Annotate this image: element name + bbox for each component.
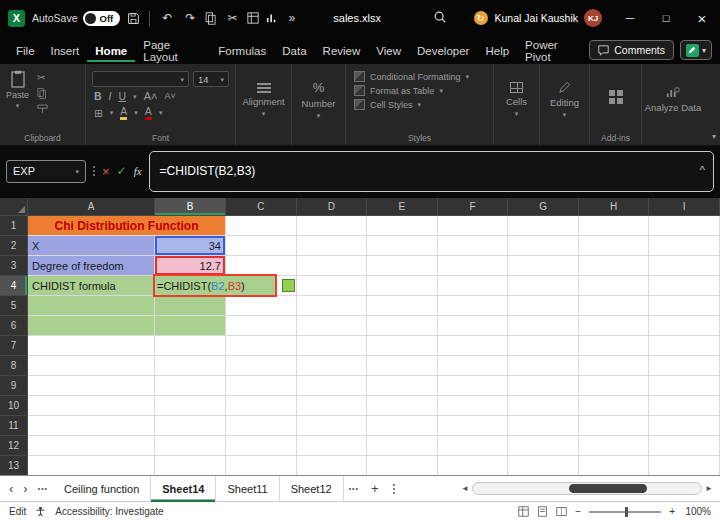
cell-H9[interactable]: [579, 376, 650, 396]
cell-H7[interactable]: [579, 336, 650, 356]
cell-B11[interactable]: [155, 416, 226, 436]
cell-G9[interactable]: [508, 376, 579, 396]
autosave-control[interactable]: AutoSave Off: [32, 11, 120, 26]
cell-I13[interactable]: [649, 456, 720, 475]
cell-I1[interactable]: [649, 216, 720, 236]
row-header-13[interactable]: 13: [0, 456, 28, 475]
column-header-F[interactable]: F: [438, 198, 509, 216]
cell-F7[interactable]: [438, 336, 509, 356]
conditional-formatting-button[interactable]: Conditional Formatting ▾: [354, 71, 487, 82]
cell-B4[interactable]: =CHIDIST(B2,B3): [155, 276, 226, 296]
row-header-12[interactable]: 12: [0, 436, 28, 456]
collapse-ribbon-icon[interactable]: ▾: [712, 132, 716, 141]
enter-icon[interactable]: ✓: [117, 164, 127, 178]
cell-E11[interactable]: [367, 416, 438, 436]
column-header-G[interactable]: G: [508, 198, 579, 216]
cell-E5[interactable]: [367, 296, 438, 316]
cell-F13[interactable]: [438, 456, 509, 475]
row-header-11[interactable]: 11: [0, 416, 28, 436]
alignment-button[interactable]: Alignment ▾: [236, 64, 291, 145]
maximize-button[interactable]: □: [648, 0, 684, 36]
next-sheet-icon[interactable]: ›: [18, 481, 32, 496]
cell-E9[interactable]: [367, 376, 438, 396]
cell-H1[interactable]: [579, 216, 650, 236]
cell-E1[interactable]: [367, 216, 438, 236]
column-header-A[interactable]: A: [28, 198, 155, 216]
cell-D1[interactable]: [297, 216, 368, 236]
cell-H2[interactable]: [579, 236, 650, 256]
cell-I11[interactable]: [649, 416, 720, 436]
cell-B10[interactable]: [155, 396, 226, 416]
cell-A1[interactable]: Chi Distribution Function: [28, 216, 226, 236]
qat-overflow-icon[interactable]: »: [285, 12, 298, 24]
cancel-icon[interactable]: ×: [102, 164, 110, 179]
column-header-I[interactable]: I: [649, 198, 720, 216]
addins-group-label[interactable]: Add-ins: [590, 133, 641, 143]
tab-insert[interactable]: Insert: [43, 38, 88, 62]
cut-icon[interactable]: ✂: [224, 12, 240, 24]
cell-A9[interactable]: [28, 376, 155, 396]
cell-I9[interactable]: [649, 376, 720, 396]
cell-H10[interactable]: [579, 396, 650, 416]
page-layout-view-icon[interactable]: [537, 506, 548, 517]
scrollbar-thumb[interactable]: [569, 484, 647, 493]
format-as-table-button[interactable]: Format as Table ▾: [354, 85, 487, 96]
cell-A5[interactable]: [28, 296, 155, 316]
cell-D6[interactable]: [297, 316, 368, 336]
cell-F9[interactable]: [438, 376, 509, 396]
cell-C5[interactable]: [226, 296, 297, 316]
font-color-button[interactable]: A: [145, 105, 152, 120]
cell-A4[interactable]: CHIDIST formula: [28, 276, 155, 296]
cell-G11[interactable]: [508, 416, 579, 436]
tab-sheet11[interactable]: Sheet11: [216, 476, 279, 502]
zoom-in-button[interactable]: +: [669, 506, 675, 517]
cell-B8[interactable]: [155, 356, 226, 376]
close-button[interactable]: ×: [684, 0, 720, 36]
tab-data[interactable]: Data: [274, 38, 314, 62]
tab-developer[interactable]: Developer: [409, 38, 477, 62]
cell-C3[interactable]: [226, 256, 297, 276]
cell-G3[interactable]: [508, 256, 579, 276]
cell-I12[interactable]: [649, 436, 720, 456]
row-header-9[interactable]: 9: [0, 376, 28, 396]
cell-C7[interactable]: [226, 336, 297, 356]
cells-button[interactable]: Cells ▾: [494, 64, 539, 145]
cell-G7[interactable]: [508, 336, 579, 356]
cell-E2[interactable]: [367, 236, 438, 256]
row-header-6[interactable]: 6: [0, 316, 28, 336]
cell-I5[interactable]: [649, 296, 720, 316]
cell-B3[interactable]: 12.7: [155, 256, 226, 276]
font-name-select[interactable]: ▾: [92, 71, 189, 87]
sheet-list-icon[interactable]: •••: [33, 485, 53, 492]
tab-options-icon[interactable]: [386, 484, 402, 494]
cell-I4[interactable]: [649, 276, 720, 296]
row-header-8[interactable]: 8: [0, 356, 28, 376]
cell-A6[interactable]: [28, 316, 155, 336]
fill-handle[interactable]: [282, 279, 295, 292]
user-name[interactable]: Kunal Jai Kaushik: [495, 12, 578, 24]
zoom-slider[interactable]: [589, 511, 661, 513]
formula-input[interactable]: =CHIDIST(B2,B3) ^: [149, 151, 714, 192]
cell-D10[interactable]: [297, 396, 368, 416]
cell-E10[interactable]: [367, 396, 438, 416]
sync-status-icon[interactable]: ↻: [474, 11, 488, 25]
select-all-button[interactable]: [0, 198, 28, 216]
cell-C1[interactable]: [226, 216, 297, 236]
drag-handle[interactable]: [93, 166, 95, 176]
cell-H12[interactable]: [579, 436, 650, 456]
cell-D5[interactable]: [297, 296, 368, 316]
cell-A7[interactable]: [28, 336, 155, 356]
clipboard-group-label[interactable]: Clipboard: [0, 133, 85, 143]
cell-B13[interactable]: [155, 456, 226, 475]
tab-file[interactable]: File: [8, 38, 43, 62]
tab-ceiling-function[interactable]: Ceiling function: [53, 476, 151, 502]
italic-button[interactable]: I: [109, 90, 112, 102]
row-header-3[interactable]: 3: [0, 256, 28, 276]
borders-button[interactable]: ⊞: [94, 107, 103, 119]
chart-icon[interactable]: [266, 12, 278, 24]
cell-C10[interactable]: [226, 396, 297, 416]
cell-D11[interactable]: [297, 416, 368, 436]
column-header-E[interactable]: E: [367, 198, 438, 216]
column-header-D[interactable]: D: [297, 198, 368, 216]
insert-function-icon[interactable]: fx: [134, 165, 142, 177]
